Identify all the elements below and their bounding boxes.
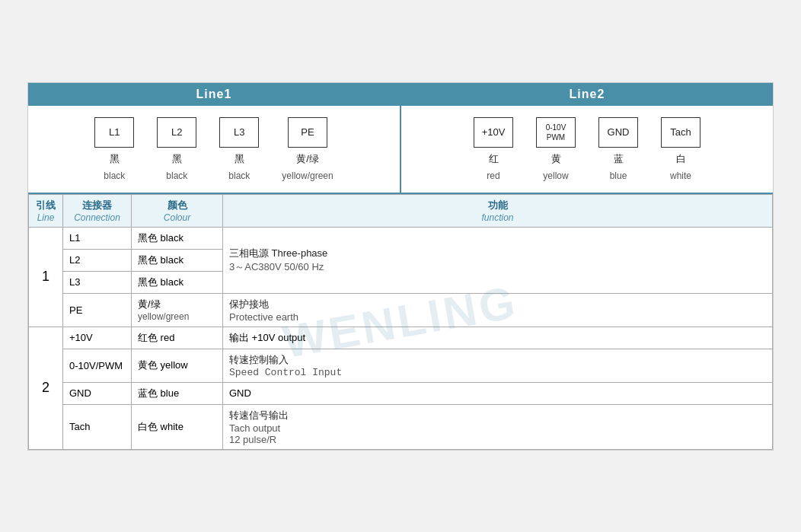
label-en-10V: red <box>487 170 499 181</box>
line2-section: Line2 +10V 红 red 0-10VPWM 黄 yellow GND 蓝… <box>401 83 773 193</box>
color-L3: 黑色 black <box>132 271 223 293</box>
conn-L1: L1 <box>63 227 132 249</box>
connector-L3: L3 黑 black <box>219 117 259 181</box>
connector-box-GND: GND <box>598 117 638 148</box>
connector-L1: L1 黑 black <box>94 117 134 181</box>
label-cn-GND: 蓝 <box>614 152 624 166</box>
line-num-1: 1 <box>29 227 63 327</box>
label-cn-PE: 黄/绿 <box>296 152 319 166</box>
label-cn-Tach: 白 <box>676 152 686 166</box>
conn-gnd: GND <box>63 382 132 404</box>
line1-header: Line1 <box>28 83 400 106</box>
connector-PWM: 0-10VPWM 黄 yellow <box>536 117 576 181</box>
color-PE: 黄/绿 yellow/green <box>132 293 223 327</box>
connector-L2: L2 黑 black <box>157 117 196 181</box>
table-row: GND 蓝色 blue GND <box>29 382 773 404</box>
func-gnd: GND <box>223 382 773 404</box>
connector-10V: +10V 红 red <box>474 117 513 181</box>
table-row: Tach 白色 white 转速信号输出 Tach output 12 puls… <box>29 404 773 449</box>
label-cn-L2: 黑 <box>172 152 182 166</box>
label-cn-L3: 黑 <box>235 152 244 166</box>
th-connection: 连接器 Connection <box>63 194 132 227</box>
color-gnd: 蓝色 blue <box>132 382 223 404</box>
conn-tach: Tach <box>63 404 132 449</box>
line1-section: Line1 L1 黑 black L2 黑 black L3 黑 black <box>28 83 401 193</box>
conn-L3: L3 <box>63 271 132 293</box>
color-L1: 黑色 black <box>132 227 223 249</box>
label-en-L3: black <box>228 170 250 181</box>
connector-box-10V: +10V <box>474 117 513 148</box>
line1-connectors: L1 黑 black L2 黑 black L3 黑 black PE 黄/绿 <box>43 117 385 181</box>
connector-box-L1: L1 <box>94 117 134 148</box>
label-en-GND: blue <box>610 170 627 181</box>
connector-box-L2: L2 <box>157 117 196 148</box>
label-en-PE: yellow/green <box>282 170 333 181</box>
table-row: 2 +10V 红色 red 输出 +10V output <box>29 327 773 349</box>
line2-header: Line2 <box>401 83 773 106</box>
label-en-PWM: yellow <box>543 170 568 181</box>
connector-box-L3: L3 <box>219 117 259 148</box>
connector-box-Tach: Tach <box>661 117 700 148</box>
th-line: 引线 Line <box>29 194 63 227</box>
label-en-L1: black <box>104 170 125 181</box>
func-PE: 保护接地 Protective earth <box>223 293 773 327</box>
conn-pwm: 0-10V/PWM <box>63 349 132 382</box>
connector-GND: GND 蓝 blue <box>598 117 638 181</box>
table-wrapper: WENLING 引线 Line 连接器 Connection 颜色 Colour <box>28 194 773 450</box>
color-pwm: 黄色 yellow <box>132 349 223 382</box>
color-tach: 白色 white <box>132 404 223 449</box>
data-table: 引线 Line 连接器 Connection 颜色 Colour 功能 func… <box>28 194 773 450</box>
connector-box-PWM: 0-10VPWM <box>536 117 576 148</box>
conn-L2: L2 <box>63 249 132 271</box>
conn-PE: PE <box>63 293 132 327</box>
func-tach: 转速信号输出 Tach output 12 pulse/R <box>223 404 773 449</box>
th-colour: 颜色 Colour <box>132 194 223 227</box>
label-en-Tach: white <box>670 170 691 181</box>
func-L1L2L3: 三相电源 Three-phase 3～AC380V 50/60 Hz <box>223 227 773 293</box>
table-header-row: 引线 Line 连接器 Connection 颜色 Colour 功能 func… <box>29 194 773 227</box>
th-function: 功能 function <box>223 194 773 227</box>
table-row: 0-10V/PWM 黄色 yellow 转速控制输入 Speed Control… <box>29 349 773 382</box>
table-row: PE 黄/绿 yellow/green 保护接地 Protective eart… <box>29 293 773 327</box>
table-row: 1 L1 黑色 black 三相电源 Three-phase 3～AC380V … <box>29 227 773 249</box>
label-cn-L1: 黑 <box>110 152 120 166</box>
label-cn-PWM: 黄 <box>551 152 561 166</box>
label-en-L2: black <box>166 170 187 181</box>
line2-connectors: +10V 红 red 0-10VPWM 黄 yellow GND 蓝 blue … <box>416 117 758 181</box>
func-pwm: 转速控制输入 Speed Control Input <box>223 349 773 382</box>
connector-section: Line1 L1 黑 black L2 黑 black L3 黑 black <box>28 83 773 194</box>
color-10V: 红色 red <box>132 327 223 349</box>
func-10V: 输出 +10V output <box>223 327 773 349</box>
connector-PE: PE 黄/绿 yellow/green <box>282 117 333 181</box>
label-cn-10V: 红 <box>489 152 499 166</box>
line-num-2: 2 <box>29 327 63 449</box>
connector-Tach: Tach 白 white <box>661 117 700 181</box>
connector-box-PE: PE <box>288 117 327 148</box>
color-L2: 黑色 black <box>132 249 223 271</box>
main-container: Line1 L1 黑 black L2 黑 black L3 黑 black <box>27 82 774 451</box>
conn-10V: +10V <box>63 327 132 349</box>
